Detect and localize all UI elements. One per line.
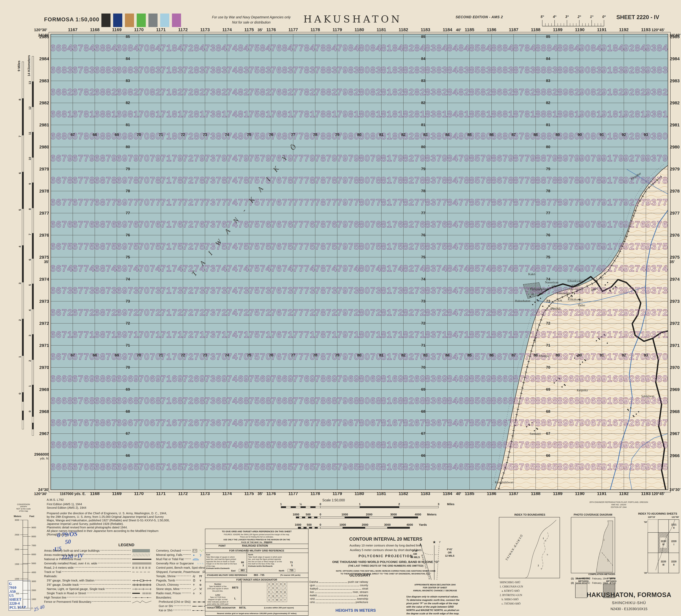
grid-number: 7070 [138, 351, 161, 362]
grid-number: 8065 [359, 462, 382, 472]
declination-line1: APPROXIMATE MEAN DECLINATION 1944 [406, 583, 464, 586]
col-face-label: 84 [446, 132, 450, 137]
road-metalled-icon [131, 562, 154, 566]
grid-number: 7867 [315, 418, 337, 428]
km-bar-tick: 0 [28, 411, 31, 412]
grid-number: 7967 [337, 418, 360, 428]
grid-number: 7666 [271, 440, 294, 450]
gridref-smr-note: (To nearest 100 yards) [280, 574, 300, 576]
grid-number: 9181 [602, 109, 624, 119]
grid-number: 7378 [205, 175, 227, 185]
place-name: Kōkakuoka [568, 297, 583, 301]
grid-number: 9282 [624, 87, 646, 97]
grid-number: 8682 [491, 87, 514, 97]
grid-number: 9184 [602, 43, 624, 53]
grid-number: 7374 [205, 263, 227, 273]
col-face-label: 81 [379, 353, 383, 357]
left-edge-number: 2980 [39, 145, 49, 149]
col-face-label: 80 [357, 132, 361, 137]
grid-number: 7474 [227, 263, 249, 273]
grid-number: 9376 [646, 219, 668, 229]
grid-number: 7279 [183, 153, 205, 163]
grid-number: 8475 [447, 241, 470, 251]
grid-number: 7780 [293, 131, 316, 141]
legend-item: 3'6" gauge, Double track [44, 583, 154, 587]
grid-number: 7883 [315, 65, 337, 75]
miles-bar-tick: 7 [18, 135, 22, 137]
grid-number: 7480 [227, 131, 249, 141]
grid-number: 8469 [447, 373, 470, 384]
grid-number: 6771 [72, 329, 95, 340]
glossary-def: prefecture [355, 600, 368, 604]
grid-number: 7677 [271, 197, 294, 207]
yards-unit: Yards [419, 523, 427, 526]
bottom-minute-40: 40' [456, 492, 461, 496]
row-face-label: 75 [546, 255, 550, 259]
bottom-edge-number: 1185 [465, 491, 474, 496]
top-edge-number: 1173 [200, 27, 210, 32]
grid-number: 8477 [447, 197, 470, 207]
grid-number: 6675 [50, 241, 73, 251]
grid-number: 7970 [337, 351, 360, 362]
legend-item-label: Generally metalled Road, over 4 m. wide [44, 562, 97, 565]
grid-number: 8167 [381, 418, 404, 428]
grid-number: 7976 [337, 219, 360, 229]
row-face-label: 82 [126, 101, 130, 105]
grid-number: 8066 [359, 440, 382, 450]
adjoining-sheet-quadrant: III [662, 564, 664, 566]
grid-number: 7766 [293, 440, 316, 450]
grid-number: 7176 [161, 219, 183, 229]
grid-number: 8365 [425, 462, 448, 472]
adjoining-sheet-quadrant: II [673, 527, 675, 529]
top-edge-number: 1176 [266, 27, 276, 32]
grid-number: 8068 [359, 396, 382, 406]
grid-number: 6783 [72, 65, 95, 75]
col-face-label: 85 [468, 132, 472, 137]
legend-item-label: Cemetery, Orchard [156, 549, 181, 552]
grid-number: 9273 [624, 285, 646, 295]
grid-number: 8080 [359, 131, 382, 141]
grid-number: 7775 [293, 241, 316, 251]
grid-number: 8666 [491, 440, 514, 450]
grid-number: 6881 [95, 109, 117, 119]
grid-number: 8978 [557, 175, 580, 185]
legend-leader [180, 588, 191, 589]
grid-number: 6673 [50, 285, 73, 295]
grid-number: 9380 [646, 131, 668, 141]
grid-number: 7877 [315, 197, 337, 207]
degree-label: 5° [541, 15, 544, 19]
col-face-label: 77 [291, 353, 295, 357]
grid-number: 8576 [469, 219, 492, 229]
place-name: Sekikōwan [641, 394, 654, 398]
grid-number: 8375 [425, 241, 448, 251]
top-edge-number: 1178 [310, 27, 320, 32]
glossary-title: GLOSSARY [338, 573, 382, 577]
grid-number: 8181 [381, 109, 404, 119]
grid-number: 9176 [602, 219, 624, 229]
legend-item: National or Prefectural Road [44, 557, 154, 561]
glossary-def: township [357, 597, 368, 600]
km-bar-fraction [32, 417, 34, 423]
plant-line1: 29TH ENGINEER REPRODUCTION PLANT, PORTLA… [573, 501, 664, 503]
adjoining-s-lat: 24°20' [644, 572, 647, 574]
grid-number: 8975 [557, 241, 580, 251]
row-face-label: 69 [421, 387, 425, 392]
yards-label: 3000 [384, 523, 391, 526]
grid-number: 9369 [646, 373, 668, 384]
grid-number: 7884 [315, 43, 337, 53]
gridref-north-total: 735 [287, 569, 295, 572]
grid-number: 7074 [138, 263, 161, 273]
grid-number: 7568 [249, 396, 272, 406]
bottom-edge-number: 1181 [377, 491, 386, 496]
legend-item: Generally metalled Road, over 4 m. wide [44, 561, 154, 566]
grid-number: 7576 [249, 219, 272, 229]
grid-number: 7180 [161, 131, 183, 141]
scale-title: Scale 1:50,000 [311, 498, 356, 502]
glossary-row: -shōtownship [309, 597, 368, 600]
building-dot [607, 343, 608, 344]
grid-number: 7270 [183, 351, 205, 362]
left-edge-number: 2982 [39, 100, 49, 105]
legend-item-label: Narrow, Light, or Special gauge, Single … [44, 587, 105, 591]
grid-number: 8772 [513, 307, 536, 318]
grid-number: 6683 [50, 65, 73, 75]
